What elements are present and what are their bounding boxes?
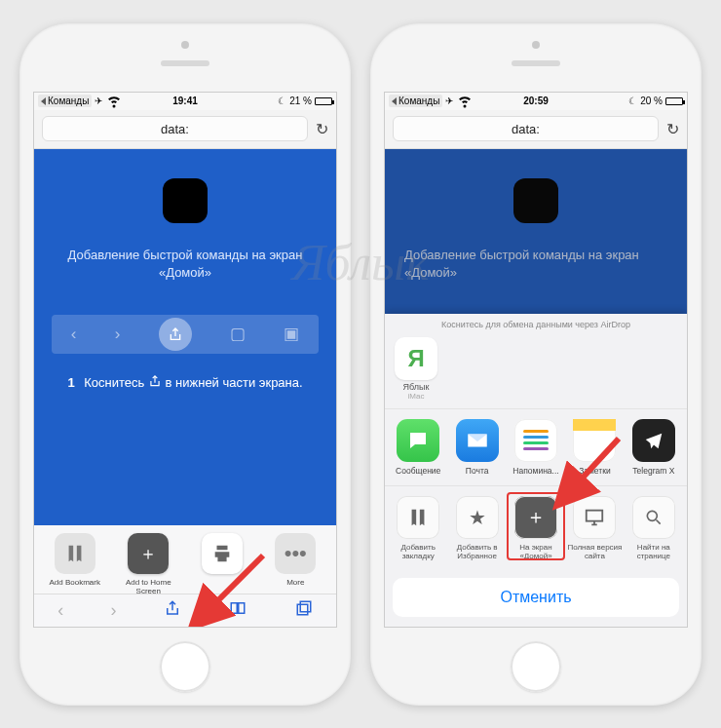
back-icon[interactable]: ‹: [57, 600, 63, 621]
airplane-mode-icon: ✈: [95, 96, 102, 106]
cancel-button[interactable]: Отменить: [393, 578, 679, 617]
plus-icon: ＋: [514, 496, 557, 539]
share-app-notes[interactable]: Заметки: [565, 413, 624, 476]
reminders-icon: [514, 419, 557, 462]
share-actions-row: Добавить закладку ★ Добавить в Избранное…: [385, 486, 687, 572]
status-time: 19:41: [172, 96, 198, 106]
status-bar: Команды ✈ 19:41 ☾ 21 %: [34, 93, 336, 110]
action-add-bookmark[interactable]: Добавить закладку: [389, 492, 447, 560]
airdrop-row: Я Яблык iMac: [385, 333, 687, 408]
action-add-favorite[interactable]: ★ Добавить в Избранное: [447, 492, 506, 560]
chevron-right-icon: ›: [115, 325, 121, 344]
tutorial-toolbar-illustration: ‹ › ▢ ▣: [52, 315, 319, 354]
battery-percent: 21 %: [289, 96, 312, 106]
url-bar: data: ↻: [34, 110, 336, 149]
chevron-left-icon: [392, 97, 397, 105]
url-field[interactable]: data:: [42, 116, 308, 141]
share-apps-row: Сообщение Почта Напомина... Заметки: [385, 408, 687, 486]
search-icon: [632, 496, 675, 539]
chevron-left-icon: ‹: [71, 325, 77, 344]
moon-icon: ☾: [628, 96, 637, 106]
back-app-label: Команды: [48, 96, 89, 106]
action-find-on-page[interactable]: Найти на странице: [625, 492, 683, 560]
tabs-icon: ▣: [284, 324, 299, 344]
svg-rect-0: [587, 510, 603, 520]
speaker-grille: [161, 60, 209, 66]
airdrop-avatar-icon: Я: [395, 337, 437, 380]
airdrop-hint: Коснитесь для обмена данными через AirDr…: [385, 314, 687, 333]
message-icon: [397, 419, 439, 462]
phone-right: Команды ✈ 20:59 ☾ 20 % data: ↻ Добавлени…: [370, 23, 702, 706]
back-to-app[interactable]: Команды: [389, 95, 442, 107]
airdrop-sub: iMac: [395, 392, 437, 401]
share-app-reminders[interactable]: Напомина...: [507, 413, 565, 476]
share-app-telegram[interactable]: Telegram X: [625, 413, 683, 476]
speaker-grille: [512, 60, 560, 66]
share-icon[interactable]: [164, 598, 181, 623]
safari-toolbar: ‹ ›: [34, 594, 336, 627]
action-desktop-site[interactable]: Полная версия сайта: [565, 492, 624, 560]
camera-dot: [532, 41, 540, 49]
star-icon: ★: [456, 496, 499, 539]
share-app-mail[interactable]: Почта: [447, 413, 506, 476]
reload-icon[interactable]: ↻: [316, 120, 328, 138]
back-to-app[interactable]: Команды: [38, 95, 92, 107]
page-headline: Добавление быстрой команды на экран «Дом…: [34, 247, 336, 282]
tabs-icon[interactable]: [295, 599, 313, 622]
chevron-left-icon: [41, 97, 46, 105]
screen-right: Команды ✈ 20:59 ☾ 20 % data: ↻ Добавлени…: [384, 92, 688, 628]
share-sheet: Коснитесь для обмена данными через AirDr…: [385, 314, 687, 627]
url-bar: data: ↻: [385, 110, 687, 149]
airdrop-name: Яблык: [395, 382, 437, 392]
share-icon: [148, 373, 162, 392]
shortcut-preview-icon: [513, 178, 558, 223]
share-app-message[interactable]: Сообщение: [389, 413, 447, 476]
monitor-icon: [573, 496, 616, 539]
print-item: [187, 533, 257, 587]
wifi-icon: [105, 92, 123, 111]
forward-icon[interactable]: ›: [111, 600, 117, 621]
url-text: data:: [512, 122, 540, 136]
status-time: 20:59: [523, 96, 549, 106]
svg-point-1: [647, 511, 657, 520]
mail-icon: [456, 419, 499, 462]
more-item: ••• More: [261, 533, 331, 587]
add-bookmark-item: Add Bookmark: [40, 533, 110, 587]
notes-icon: [573, 419, 616, 462]
cancel-label: Отменить: [500, 589, 571, 606]
page-content: Добавление быстрой команды на экран «Дом…: [34, 178, 336, 623]
battery-percent: 20 %: [640, 96, 663, 106]
telegram-icon: [632, 419, 675, 462]
url-field[interactable]: data:: [393, 116, 659, 141]
home-button[interactable]: [160, 641, 210, 692]
step-instruction: 1 Коснитесь в нижней части экрана.: [34, 373, 336, 392]
book-icon: [397, 496, 439, 539]
share-icon: [159, 318, 192, 351]
page-headline: Добавление быстрой команды на экран «Дом…: [385, 247, 687, 282]
step-number: 1: [67, 375, 74, 390]
bookmarks-icon[interactable]: [228, 599, 247, 622]
shortcut-preview-icon: [163, 178, 208, 223]
action-add-to-home[interactable]: ＋ На экран «Домой»: [507, 492, 565, 560]
camera-dot: [181, 41, 189, 49]
add-to-home-item: ＋ Add to Home Screen: [114, 533, 184, 595]
airdrop-target[interactable]: Я Яблык iMac: [395, 337, 437, 401]
phone-left: Команды ✈ 19:41 ☾ 21 % data: ↻ Добавлени…: [19, 23, 351, 706]
home-button[interactable]: [511, 641, 561, 692]
back-app-label: Команды: [398, 96, 439, 106]
screen-left: Команды ✈ 19:41 ☾ 21 % data: ↻ Добавлени…: [33, 92, 337, 628]
status-bar: Команды ✈ 20:59 ☾ 20 %: [385, 93, 687, 110]
airplane-mode-icon: ✈: [445, 96, 453, 106]
reload-icon[interactable]: ↻: [666, 120, 679, 138]
wifi-icon: [456, 92, 474, 111]
book-icon: ▢: [230, 324, 246, 344]
url-text: data:: [161, 122, 189, 136]
battery-icon: [665, 97, 683, 105]
moon-icon: ☾: [278, 96, 286, 106]
battery-icon: [315, 97, 332, 105]
